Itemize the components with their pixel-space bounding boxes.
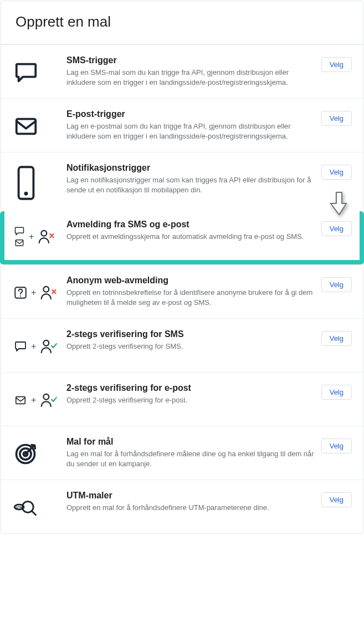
row-desc: Opprett 2-stegs verifisering for e-post. (66, 395, 315, 405)
svg-rect-9 (16, 397, 25, 404)
btn-col: Velg (321, 219, 352, 236)
user-check-icon (39, 392, 57, 409)
svg-point-10 (44, 394, 49, 400)
page-title: Opprett en mal (16, 13, 348, 30)
row-desc: Lag en SMS-mal som du kan trigge fra API… (66, 68, 315, 88)
text-col: Notifikasjonstrigger Lag en notifikasjon… (66, 162, 321, 195)
chat-bubble-icon (13, 340, 28, 353)
row-title: 2-stegs verifisering for e-post (66, 383, 315, 394)
btn-col: Velg (321, 55, 352, 72)
svg-point-4 (42, 231, 47, 236)
plus-icon: + (28, 341, 39, 351)
text-col: Anonym web-avmelding Opprett en totrinns… (66, 275, 321, 308)
svg-point-7 (44, 287, 49, 292)
plus-icon: + (28, 288, 39, 298)
text-col: 2-stegs verifisering for e-post Opprett … (66, 383, 321, 405)
template-row-epost-trigger: E-post-trigger Lag en e-postmal som du k… (1, 98, 363, 152)
row-desc: Lag en notifikasjonstrigger mal som kan … (66, 175, 315, 195)
row-title: Avmelding fra SMS og e-post (66, 219, 315, 231)
select-button[interactable]: Velg (321, 277, 352, 292)
row-title: Mal for mål (66, 436, 315, 448)
select-button[interactable]: Velg (321, 492, 352, 507)
row-title: UTM-maler (66, 490, 315, 502)
btn-col: Velg (321, 275, 352, 292)
btn-col: Velg (321, 383, 352, 400)
template-row-sms-trigger: SMS-trigger Lag en SMS-mal som du kan tr… (1, 44, 363, 98)
mobile-icon (13, 165, 39, 201)
template-row-2step-epost: + 2-stegs verifisering for e-post Oppret… (1, 372, 363, 426)
svg-rect-3 (16, 240, 23, 246)
svg-text:UTM: UTM (16, 506, 23, 509)
row-desc: Lag en e-postmal som du kan trigge fra A… (66, 121, 315, 141)
select-button[interactable]: Velg (321, 439, 352, 453)
btn-col: Velg (321, 436, 352, 453)
icon-col (13, 162, 66, 201)
row-title: E-post-trigger (66, 109, 315, 120)
template-row-2step-sms: + 2-stegs verifisering for SMS Opprett 2… (1, 318, 363, 372)
target-icon (13, 442, 38, 466)
svg-point-6 (20, 295, 21, 297)
row-desc: Opprett et avmeldingsskjema for automati… (66, 232, 315, 242)
icon-col (13, 436, 66, 470)
template-row-avmelding: + Avmelding fra SMS og e-post Opprett et… (0, 211, 364, 264)
btn-col: Velg (321, 490, 352, 507)
select-button[interactable]: Velg (321, 385, 352, 400)
row-title: SMS-trigger (66, 55, 315, 67)
text-col: Mal for mål Lag en mal for å forhåndsdef… (66, 436, 321, 469)
icon-col: + (13, 219, 66, 252)
envelope-icon (13, 238, 25, 248)
icon-col: + (13, 329, 66, 362)
row-title: 2-stegs verifisering for SMS (66, 329, 315, 340)
text-col: SMS-trigger Lag en SMS-mal som du kan tr… (66, 55, 321, 88)
btn-col: Velg (321, 329, 352, 346)
svg-point-2 (24, 192, 28, 196)
svg-point-8 (44, 340, 49, 346)
chat-bubble-icon (13, 226, 25, 237)
icon-col (13, 55, 66, 88)
envelope-icon (13, 114, 39, 139)
select-button[interactable]: Velg (321, 221, 352, 236)
template-row-utm-maler: UTM UTM-maler Opprett en mal for å forhå… (1, 480, 363, 533)
select-button[interactable]: Velg (321, 165, 352, 180)
card-header: Opprett en mal (1, 1, 363, 44)
icon-col: + (13, 383, 66, 416)
row-desc: Opprett en mal for å forhåndsdefinere UT… (66, 503, 315, 513)
create-template-card: Opprett en mal SMS-trigger Lag en SMS-ma… (1, 1, 363, 534)
envelope-icon (13, 394, 28, 406)
text-col: E-post-trigger Lag en e-postmal som du k… (66, 109, 321, 141)
row-title: Anonym web-avmelding (66, 275, 315, 287)
template-row-notification-trigger: Notifikasjonstrigger Lag en notifikasjon… (1, 152, 363, 211)
icon-col (13, 109, 66, 142)
user-remove-icon (39, 284, 57, 301)
icon-col: UTM (13, 490, 66, 523)
text-col: 2-stegs verifisering for SMS Opprett 2-s… (66, 329, 321, 351)
row-title: Notifikasjonstrigger (66, 162, 315, 174)
question-box-icon (13, 285, 28, 300)
select-button[interactable]: Velg (321, 331, 352, 346)
template-row-anonym-avmelding: + Anonym web-avmelding Opprett en totrin… (1, 264, 363, 318)
chat-bubble-icon (13, 60, 39, 85)
user-remove-icon (37, 228, 55, 245)
btn-col: Velg (321, 109, 352, 126)
select-button[interactable]: Velg (321, 57, 352, 72)
utm-search-icon: UTM (13, 498, 38, 517)
row-desc: Opprett en totrinnsbekreftelse for å ide… (66, 288, 315, 308)
plus-icon: + (28, 395, 39, 405)
pointer-arrow-icon (330, 191, 348, 216)
svg-rect-0 (17, 119, 36, 134)
row-desc: Opprett 2-stegs verifisering for SMS. (66, 341, 315, 351)
plus-icon: + (25, 232, 37, 242)
select-button[interactable]: Velg (321, 111, 352, 126)
btn-col: Velg (321, 162, 352, 180)
text-col: UTM-maler Opprett en mal for å forhåndsd… (66, 490, 321, 513)
highlighted-wrapper: + Avmelding fra SMS og e-post Opprett et… (1, 211, 363, 264)
user-check-icon (39, 338, 57, 355)
icon-col: + (13, 275, 66, 308)
row-desc: Lag en mal for å forhåndsdefinere målene… (66, 449, 315, 469)
template-row-mal-for-mal: Mal for mål Lag en mal for å forhåndsdef… (1, 426, 363, 480)
text-col: Avmelding fra SMS og e-post Opprett et a… (66, 219, 321, 242)
